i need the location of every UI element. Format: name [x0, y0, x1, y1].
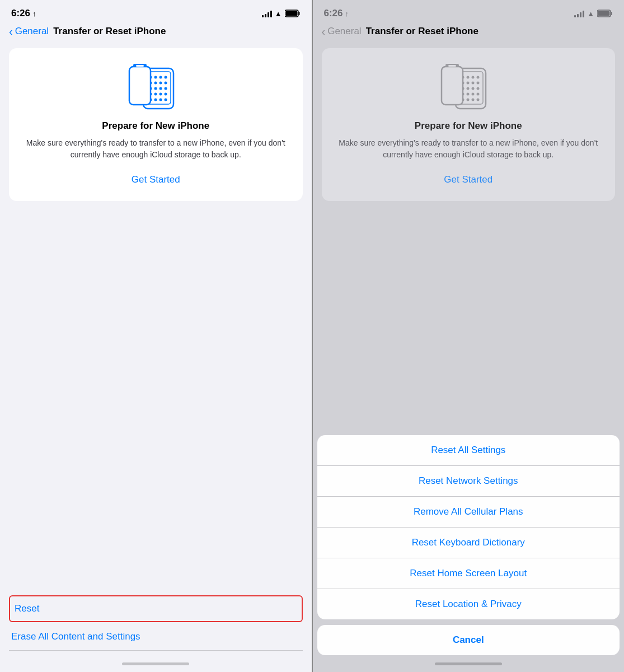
- action-reset-all-settings[interactable]: Reset All Settings: [317, 435, 620, 466]
- left-battery-icon: [285, 10, 301, 17]
- right-prepare-title: Prepare for New iPhone: [415, 120, 522, 132]
- svg-point-22: [154, 99, 157, 101]
- action-reset-home-screen[interactable]: Reset Home Screen Layout: [317, 558, 620, 589]
- left-home-indicator: [122, 662, 189, 665]
- action-reset-keyboard-label: Reset Keyboard Dictionary: [412, 537, 525, 548]
- svg-point-11: [159, 82, 162, 85]
- svg-rect-29: [611, 12, 612, 15]
- right-phone-svg: [439, 64, 498, 111]
- right-status-icons: ▲: [574, 10, 613, 18]
- right-back-chevron: ‹: [322, 26, 326, 37]
- right-signal-icon: [574, 10, 584, 17]
- svg-point-52: [477, 99, 480, 101]
- svg-point-44: [477, 87, 480, 90]
- left-prepare-card: Prepare for New iPhone Make sure everyth…: [9, 48, 303, 201]
- svg-point-42: [467, 87, 470, 90]
- svg-point-47: [472, 93, 475, 96]
- svg-point-7: [159, 76, 162, 79]
- right-back-label: General: [327, 26, 361, 37]
- svg-rect-1: [298, 12, 299, 15]
- left-status-bar: 6:26 ↑ ▲: [0, 0, 312, 24]
- left-erase-label: Erase All Content and Settings: [11, 631, 140, 642]
- left-back-chevron: ‹: [9, 26, 13, 37]
- right-prepare-card: Prepare for New iPhone Make sure everyth…: [322, 48, 616, 201]
- svg-point-43: [472, 87, 475, 90]
- svg-point-50: [467, 99, 470, 101]
- svg-point-20: [164, 93, 167, 96]
- svg-point-34: [467, 76, 470, 79]
- svg-point-14: [154, 87, 157, 90]
- left-nav-bar: ‹ General Transfer or Reset iPhone: [0, 24, 312, 44]
- svg-point-48: [477, 93, 480, 96]
- left-wifi-icon: ▲: [275, 10, 282, 18]
- left-reset-label: Reset: [15, 603, 39, 614]
- right-status-bar: 6:26 ↑ ▲: [313, 0, 625, 24]
- svg-rect-55: [448, 65, 456, 67]
- right-location-icon: ↑: [345, 10, 349, 18]
- svg-rect-30: [598, 11, 610, 16]
- right-battery-icon: [597, 10, 613, 17]
- left-erase-item[interactable]: Erase All Content and Settings: [9, 623, 303, 651]
- svg-point-18: [154, 93, 157, 96]
- left-location-icon: ↑: [32, 10, 36, 18]
- action-reset-location[interactable]: Reset Location & Privacy: [317, 589, 620, 619]
- right-nav-title: Transfer or Reset iPhone: [366, 26, 478, 37]
- svg-point-16: [164, 87, 167, 90]
- svg-rect-27: [136, 65, 144, 67]
- left-prepare-title: Prepare for New iPhone: [102, 120, 209, 132]
- left-back-label: General: [15, 26, 49, 37]
- left-get-started-button[interactable]: Get Started: [132, 170, 180, 190]
- svg-rect-2: [285, 11, 297, 16]
- svg-point-40: [477, 82, 480, 85]
- right-get-started-button[interactable]: Get Started: [444, 170, 492, 190]
- svg-point-35: [472, 76, 475, 79]
- left-phone-svg: [126, 64, 185, 111]
- left-prepare-desc: Make sure everything's ready to transfer…: [22, 137, 289, 161]
- right-screen: 6:26 ↑ ▲ ‹ General Transfer or Reset iPh…: [313, 0, 625, 672]
- svg-point-6: [154, 76, 157, 79]
- svg-point-8: [164, 76, 167, 79]
- svg-point-12: [164, 82, 167, 85]
- svg-point-46: [467, 93, 470, 96]
- right-time: 6:26: [324, 8, 343, 19]
- left-phone-illustration: [126, 64, 185, 111]
- svg-point-51: [472, 99, 475, 101]
- action-reset-network[interactable]: Reset Network Settings: [317, 466, 620, 497]
- left-time: 6:26: [11, 8, 30, 19]
- svg-point-39: [472, 82, 475, 85]
- left-screen: 6:26 ↑ ▲ ‹ General Transfer or Reset iPh…: [0, 0, 312, 672]
- action-sheet-cancel-label: Cancel: [317, 625, 620, 655]
- action-reset-keyboard[interactable]: Reset Keyboard Dictionary: [317, 528, 620, 558]
- svg-point-19: [159, 93, 162, 96]
- left-nav-title: Transfer or Reset iPhone: [53, 26, 166, 37]
- svg-point-36: [477, 76, 480, 79]
- right-phone-illustration: [439, 64, 498, 111]
- left-bottom-items: Reset Erase All Content and Settings: [9, 595, 303, 651]
- action-reset-network-label: Reset Network Settings: [419, 475, 518, 486]
- right-prepare-desc: Make sure everything's ready to transfer…: [335, 137, 602, 161]
- left-status-icons: ▲: [262, 10, 301, 18]
- action-reset-home-screen-label: Reset Home Screen Layout: [410, 568, 527, 578]
- svg-point-15: [159, 87, 162, 90]
- left-signal-icon: [262, 10, 272, 17]
- left-reset-item[interactable]: Reset: [9, 595, 303, 622]
- right-wifi-icon: ▲: [587, 10, 594, 18]
- action-reset-all-settings-label: Reset All Settings: [431, 445, 505, 455]
- right-back-button[interactable]: ‹ General: [322, 26, 362, 37]
- left-back-button[interactable]: ‹ General: [9, 26, 49, 37]
- svg-point-23: [159, 99, 162, 101]
- action-remove-cellular-label: Remove All Cellular Plans: [414, 506, 523, 517]
- action-reset-location-label: Reset Location & Privacy: [415, 599, 522, 609]
- svg-point-10: [154, 82, 157, 85]
- action-remove-cellular[interactable]: Remove All Cellular Plans: [317, 497, 620, 528]
- right-nav-bar: ‹ General Transfer or Reset iPhone: [313, 24, 625, 44]
- svg-point-38: [467, 82, 470, 85]
- action-sheet-cancel-button[interactable]: Cancel: [317, 625, 620, 655]
- svg-rect-25: [129, 67, 151, 105]
- action-sheet-overlay: Reset All Settings Reset Network Setting…: [313, 435, 625, 672]
- action-sheet: Reset All Settings Reset Network Setting…: [317, 435, 620, 619]
- svg-rect-53: [442, 67, 463, 105]
- svg-point-24: [164, 99, 167, 101]
